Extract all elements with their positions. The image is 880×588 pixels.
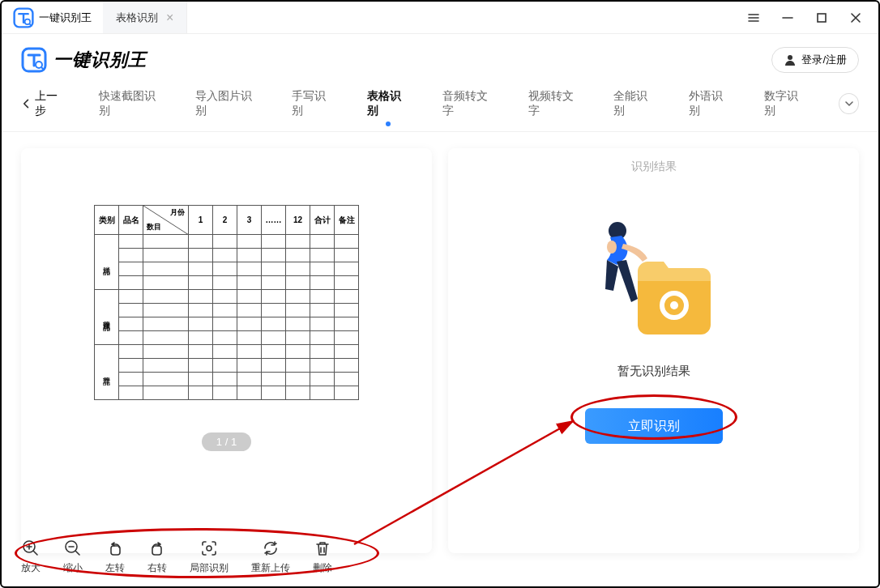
brand: 一键识别王 — [21, 47, 147, 73]
close-window-icon[interactable] — [846, 8, 865, 28]
col-header: 12 — [286, 206, 310, 235]
col-header: …… — [262, 206, 286, 235]
menu-icon[interactable] — [744, 8, 763, 28]
nav-audio[interactable]: 音频转文字 — [442, 89, 496, 118]
refresh-icon — [261, 539, 280, 558]
svg-point-5 — [788, 55, 792, 60]
nav-table[interactable]: 表格识别 — [367, 89, 410, 118]
tool-label: 放大 — [21, 561, 41, 575]
tool-label: 局部识别 — [190, 561, 229, 575]
nav-universal[interactable]: 全能识别 — [613, 89, 656, 118]
minimize-icon[interactable] — [778, 8, 797, 28]
maximize-icon[interactable] — [812, 8, 831, 28]
rotate-right-icon — [147, 539, 167, 558]
col-header: 类别 — [95, 206, 119, 235]
row-group: 消耗品 — [95, 235, 119, 290]
col-header: 品名 — [119, 206, 143, 235]
col-header: 2 — [213, 206, 237, 235]
brand-text: 一键识别王 — [53, 48, 147, 72]
tool-label: 缩小 — [63, 561, 83, 575]
diag-bottom: 数目 — [147, 222, 161, 232]
diag-top: 月份 — [170, 207, 185, 218]
zoom-out-button[interactable]: 缩小 — [63, 539, 83, 575]
empty-result-text: 暂无识别结果 — [617, 364, 690, 379]
nav-import[interactable]: 导入图片识别 — [195, 89, 259, 118]
tool-label: 删除 — [313, 561, 332, 575]
rotate-left-button[interactable]: 左转 — [105, 539, 125, 575]
diagonal-header: 月份 数目 — [143, 206, 189, 235]
image-toolbar: 放大 缩小 左转 右转 局部识别 重新上传 删除 — [21, 539, 332, 575]
active-tab[interactable]: 表格识别 × — [103, 2, 187, 33]
mode-nav: 上一步 快速截图识别 导入图片识别 手写识别 表格识别 音频转文字 视频转文字 … — [2, 81, 878, 132]
svg-point-16 — [207, 546, 211, 551]
recognize-button[interactable]: 立即识别 — [585, 408, 723, 444]
arrow-left-icon — [21, 98, 32, 109]
title-bar: 一键识别王 表格识别 × — [2, 2, 878, 34]
zoom-out-icon — [63, 539, 83, 558]
close-tab-icon[interactable]: × — [166, 11, 173, 25]
nav-video[interactable]: 视频转文字 — [528, 89, 582, 118]
user-icon — [784, 53, 797, 66]
scan-icon — [199, 539, 219, 558]
svg-point-11 — [607, 241, 617, 254]
rotate-left-icon — [105, 539, 125, 558]
col-header: 1 — [189, 206, 213, 235]
login-button[interactable]: 登录/注册 — [771, 47, 859, 73]
row-group: 管理消耗品 — [95, 290, 119, 345]
page-indicator: 1 / 1 — [202, 432, 251, 451]
tool-label: 左转 — [105, 561, 125, 575]
app-title-text: 一键识别王 — [39, 11, 92, 25]
tab-label: 表格识别 — [116, 11, 158, 25]
col-header: 3 — [237, 206, 262, 235]
back-label: 上一步 — [35, 89, 66, 118]
brand-logo-icon — [21, 47, 47, 73]
svg-point-9 — [670, 301, 678, 309]
nav-more-button[interactable] — [839, 93, 859, 114]
svg-line-17 — [354, 421, 573, 544]
chevron-down-icon — [844, 99, 854, 109]
folder-illustration-icon — [589, 215, 719, 352]
col-header: 备注 — [335, 206, 359, 235]
app-header: 一键识别王 登录/注册 — [2, 34, 878, 81]
login-label: 登录/注册 — [801, 53, 847, 67]
svg-rect-2 — [818, 14, 826, 22]
window-controls — [731, 8, 878, 28]
nav-digit[interactable]: 数字识别 — [764, 89, 807, 118]
delete-button[interactable]: 删除 — [313, 539, 332, 575]
trash-icon — [313, 539, 332, 558]
rotate-right-button[interactable]: 右转 — [147, 539, 167, 575]
app-logo-icon — [13, 7, 34, 28]
nav-foreign[interactable]: 外语识别 — [689, 89, 732, 118]
nav-screenshot[interactable]: 快速截图识别 — [99, 89, 163, 118]
table-preview: 类别 品名 月份 数目 1 2 3 …… 12 合计 备注 消耗品 管理消耗品 — [94, 205, 359, 400]
zoom-in-button[interactable]: 放大 — [21, 539, 41, 575]
result-title: 识别结果 — [631, 160, 677, 174]
col-header: 合计 — [310, 206, 335, 235]
tool-label: 重新上传 — [251, 561, 290, 575]
zoom-in-icon — [21, 539, 41, 558]
annotation-arrow-icon — [350, 415, 585, 552]
app-title: 一键识别王 — [2, 2, 103, 33]
tool-label: 右转 — [147, 561, 167, 575]
reupload-button[interactable]: 重新上传 — [251, 539, 290, 575]
back-button[interactable]: 上一步 — [21, 89, 66, 118]
nav-handwrite[interactable]: 手写识别 — [292, 89, 335, 118]
row-group: 管理品 — [95, 345, 119, 400]
partial-recognize-button[interactable]: 局部识别 — [190, 539, 229, 575]
